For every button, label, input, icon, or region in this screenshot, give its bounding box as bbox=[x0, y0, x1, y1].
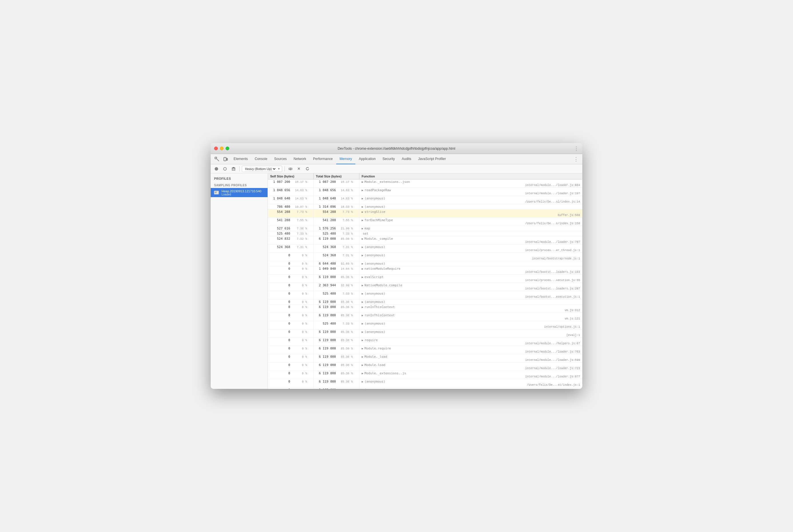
table-row[interactable]: 00 %6 119 00085.36 %▶(anonymous)/Users/f… bbox=[268, 379, 582, 387]
self-size-cell: 00 % bbox=[268, 354, 314, 362]
profile-item[interactable]: Heap.20190913.121710.540 Loaded bbox=[211, 188, 268, 197]
table-row[interactable]: 00 %6 119 00085.36 %▶evalScriptinternal/… bbox=[268, 274, 582, 283]
record-btn[interactable] bbox=[213, 166, 220, 172]
function-cell[interactable]: ▶(anonymous)/Users/felix/De...b/cookies.… bbox=[359, 387, 582, 389]
function-cell[interactable]: ▶Module._extensions..jsoninternal/module… bbox=[359, 179, 582, 187]
function-cell[interactable]: ▶map bbox=[359, 226, 582, 231]
table-row[interactable]: 786 48010.97 %1 314 09618.33 %▶(anonymou… bbox=[268, 204, 582, 209]
fn-arrow-icon: ▶ bbox=[362, 388, 363, 389]
table-row[interactable]: 527 6167.36 %1 576 25621.99 %▶map bbox=[268, 226, 582, 231]
function-cell[interactable]: ▶Module._loadinternal/module.../loader.j… bbox=[359, 354, 582, 362]
function-cell[interactable]: ▶(anonymous)internal/bootstrap/node.js:1 bbox=[359, 253, 582, 261]
table-area: Self Size (bytes) Total Size (bytes) Fun… bbox=[268, 173, 582, 389]
table-row[interactable]: 00 %6 119 00085.36 %▶Module._loadinterna… bbox=[268, 354, 582, 363]
total-size-cell: 1 049 84814.64 % bbox=[314, 266, 359, 274]
table-row[interactable]: 00 %6 119 00085.36 %▶runInThisContextvm.… bbox=[268, 305, 582, 313]
fn-src: internal/options.js:1 bbox=[544, 325, 580, 328]
table-row[interactable]: 1 048 65614.63 %1 048 65614.63 %▶readPac… bbox=[268, 188, 582, 196]
table-row[interactable]: 00 %1 049 84814.64 %▶nativeModuleRequire… bbox=[268, 266, 582, 274]
table-row[interactable]: 554 2887.73 %554 2887.73 %▶stringSlicebu… bbox=[268, 209, 582, 218]
total-size-cell: 541 2887.55 % bbox=[314, 218, 359, 226]
function-cell[interactable]: set bbox=[359, 231, 582, 236]
titlebar-menu[interactable]: ⋮ bbox=[574, 146, 579, 152]
close-button[interactable] bbox=[214, 147, 218, 150]
table-row[interactable]: 00 %2 363 94432.98 %▶NativeModule.compil… bbox=[268, 283, 582, 291]
function-cell[interactable]: ▶Module._extensions..jsinternal/module..… bbox=[359, 371, 582, 379]
table-row[interactable]: 524 8327.32 %6 119 00085.36 %▶Module._co… bbox=[268, 236, 582, 245]
function-cell[interactable]: ▶(anonymous) bbox=[359, 261, 582, 266]
function-cell[interactable]: ▶stringSlicebuffer.js:568 bbox=[359, 209, 582, 217]
function-cell[interactable]: ▶NativeModule.compileinternal/bootst...l… bbox=[359, 283, 582, 291]
tab-performance[interactable]: Performance bbox=[310, 154, 336, 164]
device-toolbar-btn[interactable] bbox=[222, 155, 229, 163]
function-cell[interactable]: ▶Module._compileinternal/module.../loade… bbox=[359, 236, 582, 244]
function-cell[interactable]: ▶evalScriptinternal/proces...xecution.js… bbox=[359, 274, 582, 283]
fn-arrow-icon: ▶ bbox=[362, 347, 363, 350]
self-size-cell: 1 048 64014.63 % bbox=[268, 196, 314, 204]
table-row[interactable]: 00 %2 165 80830.21 %▶(anonymous)/Users/f… bbox=[268, 387, 582, 389]
tab-sources[interactable]: Sources bbox=[271, 154, 290, 164]
stop-btn[interactable] bbox=[222, 166, 228, 172]
table-row[interactable]: 00 %6 644 48092.69 %▶(anonymous) bbox=[268, 261, 582, 266]
table-row[interactable]: 1 087 20015.17 %1 087 20015.17 %▶Module.… bbox=[268, 179, 582, 188]
table-row[interactable]: 00 %6 119 00085.36 %▶Module.loadinternal… bbox=[268, 363, 582, 371]
refresh-btn[interactable] bbox=[304, 166, 311, 172]
tab-console[interactable]: Console bbox=[251, 154, 271, 164]
toolbar-divider bbox=[239, 166, 240, 171]
fn-arrow-icon: ▶ bbox=[362, 237, 363, 241]
function-cell[interactable]: ▶(anonymous)/Users/felix/De...sl/index.j… bbox=[359, 196, 582, 204]
table-row[interactable]: 00 %6 119 00085.36 %▶(anonymous)[eval]:1 bbox=[268, 329, 582, 338]
fn-name: Module._compile bbox=[365, 237, 393, 241]
more-tools-btn[interactable]: ⋮ bbox=[572, 155, 580, 163]
table-row[interactable]: 541 2887.55 %541 2887.55 %▶forEachMimeTy… bbox=[268, 218, 582, 226]
table-row[interactable]: 525 4807.33 %525 4807.33 %set bbox=[268, 231, 582, 236]
total-size-cell: 6 119 00085.36 % bbox=[314, 354, 359, 362]
function-cell[interactable]: ▶(anonymous)[eval]:1 bbox=[359, 329, 582, 338]
function-cell[interactable]: ▶requireinternal/module.../helpers.js:67 bbox=[359, 338, 582, 346]
maximize-button[interactable] bbox=[225, 147, 229, 150]
function-cell[interactable]: ▶nativeModuleRequireinternal/bootst...lo… bbox=[359, 266, 582, 274]
function-cell[interactable]: ▶Module.loadinternal/module.../loader.js… bbox=[359, 363, 582, 370]
tab-elements[interactable]: Elements bbox=[230, 154, 251, 164]
function-cell[interactable]: ▶(anonymous)/Users/felix/De...st/index.j… bbox=[359, 379, 582, 387]
function-cell[interactable]: ▶forEachMimeType/Users/felix/De...s/inde… bbox=[359, 218, 582, 226]
view-dropdown[interactable]: Heavy (Bottom Up) Tree (Top Down) Flame … bbox=[242, 166, 282, 172]
minimize-button[interactable] bbox=[220, 147, 224, 150]
tab-application[interactable]: Application bbox=[355, 154, 379, 164]
function-cell[interactable]: ▶Module.requireinternal/module.../loader… bbox=[359, 346, 582, 354]
view-select[interactable]: Heavy (Bottom Up) Tree (Top Down) Flame … bbox=[244, 167, 276, 171]
table-row[interactable]: 524 3687.31 %524 3687.31 %▶(anonymous)in… bbox=[268, 245, 582, 253]
table-row[interactable]: 1 048 64014.63 %1 048 64014.63 %▶(anonym… bbox=[268, 196, 582, 204]
table-row[interactable]: 00 %6 119 00085.36 %▶(anonymous) bbox=[268, 300, 582, 305]
inspect-element-btn[interactable] bbox=[213, 155, 221, 163]
function-cell[interactable]: ▶runInThisContextvm.js:312 bbox=[359, 305, 582, 312]
tab-security[interactable]: Security bbox=[379, 154, 398, 164]
function-cell[interactable]: ▶readPackageRawinternal/module.../loader… bbox=[359, 188, 582, 196]
table-body[interactable]: 1 087 20015.17 %1 087 20015.17 %▶Module.… bbox=[268, 179, 582, 389]
table-row[interactable]: 00 %6 119 00085.36 %▶Module.requireinter… bbox=[268, 346, 582, 354]
function-cell[interactable]: ▶(anonymous) bbox=[359, 204, 582, 209]
fn-name: (anonymous) bbox=[365, 196, 385, 200]
table-row[interactable]: 00 %525 4807.33 %▶(anonymous)internal/bo… bbox=[268, 291, 582, 300]
tab-audits[interactable]: Audits bbox=[398, 154, 414, 164]
table-row[interactable]: 00 %6 119 00085.36 %▶requireinternal/mod… bbox=[268, 338, 582, 346]
tab-network[interactable]: Network bbox=[290, 154, 310, 164]
function-cell[interactable]: ▶(anonymous) bbox=[359, 300, 582, 304]
fn-arrow-icon: ▶ bbox=[362, 267, 363, 270]
function-cell[interactable]: ▶(anonymous)internal/bootst...execution.… bbox=[359, 291, 582, 299]
close-btn[interactable]: ✕ bbox=[296, 166, 302, 172]
table-row[interactable]: 00 %525 4807.33 %▶(anonymous)internal/op… bbox=[268, 321, 582, 329]
table-row[interactable]: 00 %6 119 00085.36 %▶Module._extensions.… bbox=[268, 371, 582, 379]
fn-name: evalScript bbox=[365, 275, 383, 279]
tab-js-profiler[interactable]: JavaScript Profiler bbox=[415, 154, 449, 164]
delete-btn[interactable] bbox=[230, 166, 237, 172]
function-cell[interactable]: ▶(anonymous)internal/options.js:1 bbox=[359, 321, 582, 329]
function-cell[interactable]: ▶(anonymous)internal/proces...er_thread.… bbox=[359, 245, 582, 252]
fn-src: internal/bootst...loaders.js:183 bbox=[525, 270, 580, 274]
eye-btn[interactable] bbox=[287, 166, 294, 172]
fn-src: internal/module.../loader.js:763 bbox=[525, 350, 580, 354]
table-row[interactable]: 00 %524 3687.31 %▶(anonymous)internal/bo… bbox=[268, 253, 582, 261]
function-cell[interactable]: ▶runInThisContextvm.js:121 bbox=[359, 313, 582, 321]
table-row[interactable]: 00 %6 119 00085.36 %▶runInThisContextvm.… bbox=[268, 313, 582, 321]
tab-memory[interactable]: Memory bbox=[336, 154, 355, 164]
